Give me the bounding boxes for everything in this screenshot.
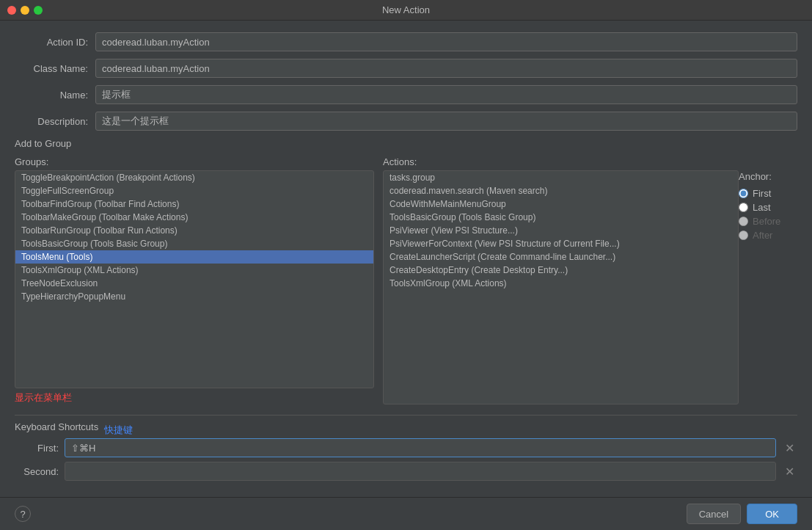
add-to-group-header: Add to Group: [15, 138, 797, 149]
list-item[interactable]: CodeWithMeMainMenuGroup: [384, 197, 738, 211]
traffic-lights: [7, 6, 43, 15]
second-shortcut-row: Second: ✕: [15, 462, 797, 481]
list-item[interactable]: coderead.maven.search (Maven search): [384, 184, 738, 197]
list-item[interactable]: PsiViewerForContext (View PSI Structure …: [384, 237, 738, 250]
list-item[interactable]: ToolsMenu (Tools): [15, 250, 373, 264]
list-item[interactable]: ToolsXmlGroup (XML Actions): [15, 264, 373, 277]
first-shortcut-row: First: ✕: [15, 438, 797, 457]
action-id-label: Action ID:: [15, 37, 88, 48]
list-item[interactable]: ToolsBasicGroup (Tools Basic Group): [384, 211, 738, 224]
anchor-option-after[interactable]: After: [739, 230, 797, 241]
actions-list[interactable]: tasks.groupcoderead.maven.search (Maven …: [383, 170, 739, 404]
second-shortcut-clear[interactable]: ✕: [782, 463, 797, 480]
class-name-row: Class Name:: [15, 59, 797, 78]
groups-section: Groups: ToggleBreakpointAction (Breakpoi…: [15, 156, 797, 404]
anchor-label-before: Before: [753, 216, 780, 227]
cancel-button[interactable]: Cancel: [687, 504, 741, 524]
keyboard-annotation: 快捷键: [104, 424, 133, 437]
list-item[interactable]: tasks.group: [384, 171, 738, 184]
dialog-content: Action ID: Class Name: Name: Description…: [0, 21, 812, 497]
maximize-button[interactable]: [34, 6, 43, 15]
anchor-radio-first[interactable]: [739, 189, 748, 198]
dialog-window: New Action Action ID: Class Name: Name: …: [0, 0, 812, 530]
anchor-option-first[interactable]: First: [739, 188, 797, 199]
groups-column: Groups: ToggleBreakpointAction (Breakpoi…: [15, 156, 374, 404]
anchor-section: Anchor: FirstLastBeforeAfter: [739, 156, 797, 404]
list-item[interactable]: ToolsXmlGroup (XML Actions): [384, 277, 738, 290]
first-shortcut-clear[interactable]: ✕: [782, 440, 797, 457]
first-shortcut-label: First:: [15, 443, 59, 454]
dialog-title: New Action: [382, 4, 430, 15]
help-button[interactable]: ?: [15, 506, 31, 522]
list-item[interactable]: CreateLauncherScript (Create Command-lin…: [384, 250, 738, 264]
action-id-row: Action ID:: [15, 32, 797, 51]
list-item[interactable]: ToolbarRunGroup (Toolbar Run Actions): [15, 224, 373, 237]
keyboard-shortcuts-title: Keyboard Shortcuts: [15, 421, 98, 432]
anchor-option-last[interactable]: Last: [739, 202, 797, 213]
bottom-bar: ? Cancel OK: [0, 497, 812, 530]
ok-button[interactable]: OK: [747, 504, 797, 524]
description-input[interactable]: [95, 112, 797, 131]
actions-label: Actions:: [383, 156, 739, 167]
description-label: Description:: [15, 116, 88, 127]
description-row: Description:: [15, 112, 797, 131]
action-buttons: Cancel OK: [687, 504, 797, 524]
class-name-label: Class Name:: [15, 63, 88, 74]
anchor-radio-after: [739, 230, 748, 240]
list-item[interactable]: ToggleBreakpointAction (Breakpoint Actio…: [15, 171, 373, 184]
keyboard-shortcuts-section: Keyboard Shortcuts 快捷键 First: ✕ Second: …: [15, 415, 797, 485]
groups-actions-anchor: Groups: ToggleBreakpointAction (Breakpoi…: [15, 156, 797, 404]
list-item[interactable]: ToolbarFindGroup (Toolbar Find Actions): [15, 197, 373, 211]
list-item[interactable]: PsiViewer (View PSI Structure...): [384, 224, 738, 237]
action-id-input[interactable]: [95, 32, 797, 51]
class-name-input[interactable]: [95, 59, 797, 78]
first-shortcut-input[interactable]: [65, 438, 776, 457]
anchor-radio-last[interactable]: [739, 203, 748, 212]
list-item[interactable]: CreateDesktopEntry (Create Desktop Entry…: [384, 264, 738, 277]
groups-label: Groups:: [15, 156, 374, 167]
titlebar: New Action: [0, 0, 812, 21]
groups-list[interactable]: ToggleBreakpointAction (Breakpoint Actio…: [15, 170, 374, 388]
name-input[interactable]: [95, 85, 797, 104]
name-row: Name:: [15, 85, 797, 104]
actions-column: Actions: tasks.groupcoderead.maven.searc…: [383, 156, 739, 404]
close-button[interactable]: [7, 6, 16, 15]
list-item[interactable]: TypeHierarchyPopupMenu: [15, 290, 373, 303]
anchor-option-before[interactable]: Before: [739, 216, 797, 227]
anchor-label-last: Last: [753, 202, 771, 213]
anchor-radio-before: [739, 217, 748, 226]
list-item[interactable]: ToolsBasicGroup (Tools Basic Group): [15, 237, 373, 250]
minimize-button[interactable]: [21, 6, 29, 15]
name-label: Name:: [15, 90, 88, 101]
anchor-label: Anchor:: [739, 171, 797, 182]
second-shortcut-label: Second:: [15, 466, 59, 477]
groups-annotation: 显示在菜单栏: [15, 391, 374, 404]
anchor-label-first: First: [753, 188, 771, 199]
list-item[interactable]: ToggleFullScreenGroup: [15, 184, 373, 197]
list-item[interactable]: ToolbarMakeGroup (Toolbar Make Actions): [15, 211, 373, 224]
anchor-label-after: After: [753, 230, 772, 241]
second-shortcut-input[interactable]: [65, 462, 776, 481]
list-item[interactable]: TreeNodeExclusion: [15, 277, 373, 290]
